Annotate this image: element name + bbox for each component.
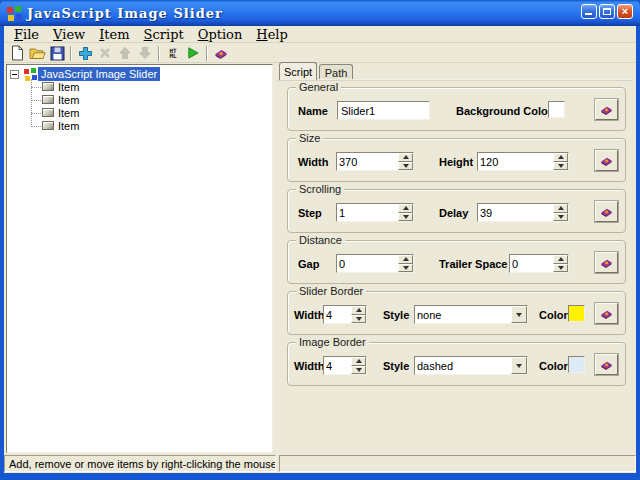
step-input[interactable]	[337, 204, 398, 221]
spin-down-button[interactable]	[553, 162, 568, 171]
menu-script[interactable]: Script	[137, 26, 191, 43]
slider-border-width-input[interactable]	[324, 306, 351, 323]
image-border-help-button[interactable]	[595, 354, 618, 375]
background-color-swatch[interactable]	[548, 101, 565, 118]
tree-item-label[interactable]: Item	[58, 107, 79, 119]
tree-item-row[interactable]: Item	[7, 94, 272, 107]
menu-option[interactable]: Option	[191, 26, 250, 43]
image-border-color-swatch[interactable]	[568, 356, 585, 373]
scrolling-help-button[interactable]	[595, 201, 618, 222]
tree-item-row[interactable]: Item	[7, 81, 272, 94]
spin-down-icon	[403, 215, 409, 219]
trailer-space-spinner	[509, 254, 569, 273]
image-border-width-label: Width	[294, 360, 324, 372]
slider-border-color-swatch[interactable]	[568, 305, 585, 322]
spin-up-button[interactable]	[351, 306, 366, 315]
spin-up-button[interactable]	[553, 204, 568, 213]
image-border-width-input[interactable]	[324, 357, 351, 374]
gap-input[interactable]	[337, 255, 398, 272]
spin-up-icon	[558, 206, 564, 210]
delay-input[interactable]	[478, 204, 553, 221]
tree-item-label[interactable]: Item	[58, 81, 79, 93]
height-label: Height	[439, 156, 473, 168]
group-slider-border-title: Slider Border	[296, 285, 366, 297]
name-input[interactable]	[337, 101, 430, 120]
close-button[interactable]: ×	[617, 4, 633, 19]
spin-up-button[interactable]	[553, 255, 568, 264]
tree-item-label[interactable]: Item	[58, 120, 79, 132]
delete-item-button[interactable]	[95, 44, 115, 62]
spin-down-button[interactable]	[398, 162, 413, 171]
window-title: JavaScript Image Slider	[27, 6, 223, 21]
open-folder-icon	[29, 46, 46, 60]
slider-border-style-value[interactable]	[415, 306, 511, 323]
group-general-title: General	[296, 81, 341, 93]
spin-up-button[interactable]	[398, 255, 413, 264]
trailer-space-input[interactable]	[510, 255, 553, 272]
move-up-button[interactable]	[115, 44, 135, 62]
tab-script[interactable]: Script	[279, 62, 317, 80]
tree-root-label[interactable]: JavaScript Image Slider	[38, 67, 160, 81]
width-label: Width	[298, 156, 328, 168]
spin-down-button[interactable]	[398, 264, 413, 273]
item-node-icon	[42, 121, 54, 130]
spin-down-button[interactable]	[553, 264, 568, 273]
size-help-button[interactable]	[595, 150, 618, 171]
item-tree[interactable]: JavaScript Image Slider Item Item Item I…	[6, 64, 273, 453]
save-button[interactable]	[47, 44, 67, 62]
spin-up-icon	[403, 206, 409, 210]
spin-down-icon	[356, 317, 362, 321]
run-button[interactable]	[183, 44, 203, 62]
slider-border-help-button[interactable]	[595, 303, 618, 324]
tree-connector-line	[31, 126, 41, 127]
menu-item[interactable]: Item	[92, 26, 136, 43]
help-button[interactable]	[211, 44, 231, 62]
group-image-border-title: Image Border	[296, 336, 369, 348]
combo-dropdown-button[interactable]	[511, 306, 527, 323]
spin-up-button[interactable]	[398, 204, 413, 213]
new-button[interactable]	[7, 44, 27, 62]
menu-view[interactable]: View	[46, 26, 92, 43]
height-input[interactable]	[478, 153, 553, 170]
minimize-button[interactable]	[581, 4, 597, 19]
chevron-down-icon	[516, 364, 522, 368]
spin-up-button[interactable]	[553, 153, 568, 162]
spin-down-button[interactable]	[553, 213, 568, 222]
app-icon[interactable]	[7, 6, 22, 21]
tree-collapse-icon[interactable]	[10, 70, 19, 79]
general-help-button[interactable]	[595, 99, 618, 120]
gap-spinner	[336, 254, 414, 273]
slider-border-style-label: Style	[383, 309, 409, 321]
slider-border-style-combobox[interactable]	[414, 305, 528, 324]
html-preview-button[interactable]: HTML	[163, 44, 183, 62]
tab-path[interactable]: Path	[319, 64, 353, 80]
add-item-button[interactable]	[75, 44, 95, 62]
tree-item-label[interactable]: Item	[58, 94, 79, 106]
spin-up-icon	[558, 155, 564, 159]
help-book-icon	[599, 358, 614, 371]
spin-up-button[interactable]	[351, 357, 366, 366]
spin-up-button[interactable]	[398, 153, 413, 162]
tree-item-row[interactable]: Item	[7, 107, 272, 120]
spin-up-icon	[558, 257, 564, 261]
maximize-button[interactable]	[599, 4, 615, 19]
item-node-icon	[42, 82, 54, 91]
combo-dropdown-button[interactable]	[511, 357, 527, 374]
spin-down-button[interactable]	[351, 366, 366, 375]
toolbar-separator	[206, 46, 208, 61]
width-input[interactable]	[337, 153, 398, 170]
menu-file[interactable]: File	[7, 26, 46, 43]
spin-down-icon	[403, 266, 409, 270]
open-button[interactable]	[27, 44, 47, 62]
image-border-style-value[interactable]	[415, 357, 511, 374]
distance-help-button[interactable]	[595, 252, 618, 273]
move-down-button[interactable]	[135, 44, 155, 62]
close-icon: ×	[618, 5, 632, 18]
spin-down-button[interactable]	[398, 213, 413, 222]
tree-item-row[interactable]: Item	[7, 120, 272, 133]
menu-help[interactable]: Help	[249, 26, 295, 43]
spin-down-button[interactable]	[351, 315, 366, 324]
arrow-up-icon	[118, 46, 132, 60]
image-border-style-combobox[interactable]	[414, 356, 528, 375]
tree-root-row[interactable]: JavaScript Image Slider	[7, 67, 272, 81]
